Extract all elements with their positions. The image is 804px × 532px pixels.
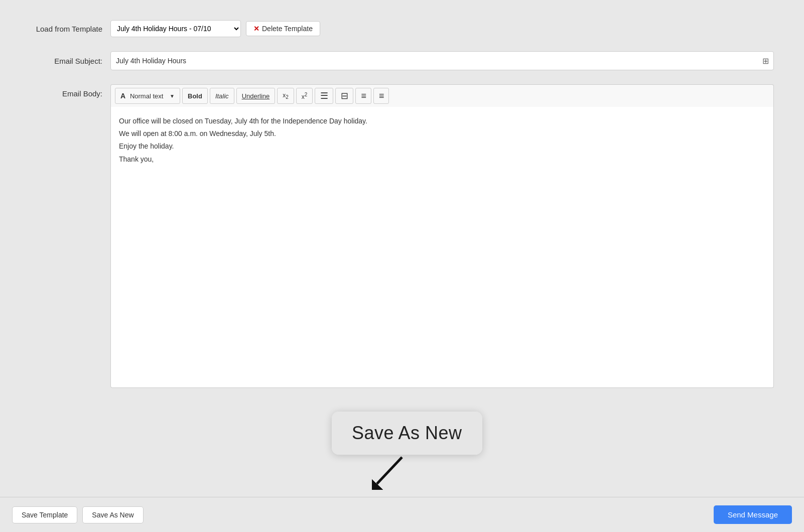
- delete-template-button[interactable]: ✕ Delete Template: [246, 21, 320, 36]
- align-left-button[interactable]: ≡: [355, 88, 371, 104]
- x-icon: ✕: [253, 25, 259, 33]
- body-paragraph-2: We will open at 8:00 a.m. on Wednesday, …: [119, 127, 765, 140]
- body-label: Email Body:: [30, 84, 110, 98]
- send-message-button[interactable]: Send Message: [714, 505, 792, 524]
- subscript-button[interactable]: x2: [277, 88, 294, 104]
- subject-wrapper: ⊞: [110, 51, 774, 70]
- save-as-new-button[interactable]: Save As New: [82, 506, 143, 523]
- unordered-list-button[interactable]: ☰: [315, 88, 333, 104]
- normal-text-button[interactable]: A Normal text ▼: [115, 88, 180, 104]
- body-paragraph-4: Thank you,: [119, 153, 765, 166]
- subject-label: Email Subject:: [30, 57, 110, 65]
- underline-button[interactable]: Underline: [236, 88, 276, 104]
- font-icon: A: [120, 92, 125, 100]
- bold-button[interactable]: Bold: [182, 88, 208, 104]
- align-right-button[interactable]: ≡: [373, 88, 389, 104]
- template-select[interactable]: July 4th Holiday Hours - 07/10: [110, 20, 241, 37]
- email-body-editor[interactable]: Our office will be closed on Tuesday, Ju…: [110, 107, 774, 388]
- clipboard-icon: ⊞: [762, 56, 769, 66]
- body-paragraph-3: Enjoy the holiday.: [119, 140, 765, 153]
- template-row: Load from Template July 4th Holiday Hour…: [30, 20, 774, 37]
- body-paragraph-1: Our office will be closed on Tuesday, Ju…: [119, 115, 765, 127]
- editor-toolbar: A Normal text ▼ Bold Italic Underline x2: [110, 84, 774, 107]
- footer-left-buttons: Save Template Save As New: [12, 506, 144, 523]
- main-container: Load from Template July 4th Holiday Hour…: [0, 0, 804, 497]
- chevron-down-icon: ▼: [170, 93, 175, 99]
- footer-bar: Save Template Save As New Send Message: [0, 497, 804, 532]
- italic-button[interactable]: Italic: [210, 88, 234, 104]
- superscript-button[interactable]: x2: [296, 88, 313, 104]
- load-template-label: Load from Template: [30, 25, 110, 33]
- subject-input[interactable]: [110, 51, 774, 70]
- ordered-list-button[interactable]: ⊟: [335, 88, 353, 104]
- save-template-button[interactable]: Save Template: [12, 506, 77, 523]
- editor-container: A Normal text ▼ Bold Italic Underline x2: [110, 84, 774, 388]
- template-controls: July 4th Holiday Hours - 07/10 ✕ Delete …: [110, 20, 320, 37]
- email-body-section: Email Body: A Normal text ▼ Bold Italic …: [30, 84, 774, 388]
- email-subject-row: Email Subject: ⊞: [30, 51, 774, 70]
